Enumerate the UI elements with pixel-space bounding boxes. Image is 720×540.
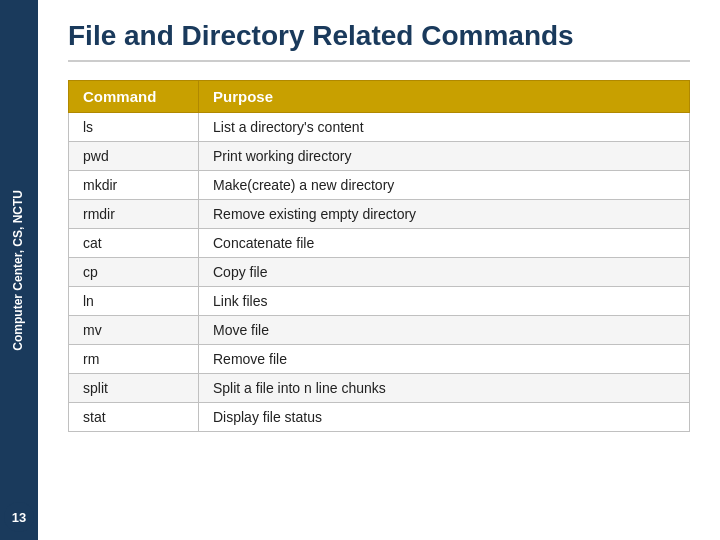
sidebar: Computer Center, CS, NCTU bbox=[0, 0, 38, 540]
cell-command: ls bbox=[69, 113, 199, 142]
table-row: catConcatenate file bbox=[69, 229, 690, 258]
table-row: mkdirMake(create) a new directory bbox=[69, 171, 690, 200]
cell-command: rm bbox=[69, 345, 199, 374]
divider bbox=[68, 60, 690, 62]
cell-command: mkdir bbox=[69, 171, 199, 200]
table-row: mvMove file bbox=[69, 316, 690, 345]
cell-command: ln bbox=[69, 287, 199, 316]
cell-purpose: Move file bbox=[199, 316, 690, 345]
commands-table: Command Purpose lsList a directory's con… bbox=[68, 80, 690, 432]
cell-command: split bbox=[69, 374, 199, 403]
cell-purpose: Copy file bbox=[199, 258, 690, 287]
table-row: rmRemove file bbox=[69, 345, 690, 374]
cell-purpose: Print working directory bbox=[199, 142, 690, 171]
cell-purpose: List a directory's content bbox=[199, 113, 690, 142]
table-row: lnLink files bbox=[69, 287, 690, 316]
cell-purpose: Make(create) a new directory bbox=[199, 171, 690, 200]
cell-purpose: Remove file bbox=[199, 345, 690, 374]
table-row: splitSplit a file into n line chunks bbox=[69, 374, 690, 403]
cell-purpose: Link files bbox=[199, 287, 690, 316]
table-row: lsList a directory's content bbox=[69, 113, 690, 142]
table-header-row: Command Purpose bbox=[69, 81, 690, 113]
cell-purpose: Remove existing empty directory bbox=[199, 200, 690, 229]
cell-command: cp bbox=[69, 258, 199, 287]
main-content: File and Directory Related Commands Comm… bbox=[38, 0, 720, 540]
page-number-badge: 13 bbox=[4, 502, 34, 532]
cell-command: mv bbox=[69, 316, 199, 345]
page-number: 13 bbox=[12, 510, 26, 525]
table-row: pwdPrint working directory bbox=[69, 142, 690, 171]
page-title: File and Directory Related Commands bbox=[68, 20, 690, 52]
cell-command: rmdir bbox=[69, 200, 199, 229]
table-row: cpCopy file bbox=[69, 258, 690, 287]
table-row: rmdirRemove existing empty directory bbox=[69, 200, 690, 229]
table-row: statDisplay file status bbox=[69, 403, 690, 432]
sidebar-label: Computer Center, CS, NCTU bbox=[11, 190, 27, 351]
cell-command: cat bbox=[69, 229, 199, 258]
cell-command: stat bbox=[69, 403, 199, 432]
cell-command: pwd bbox=[69, 142, 199, 171]
cell-purpose: Display file status bbox=[199, 403, 690, 432]
column-header-purpose: Purpose bbox=[199, 81, 690, 113]
cell-purpose: Split a file into n line chunks bbox=[199, 374, 690, 403]
column-header-command: Command bbox=[69, 81, 199, 113]
cell-purpose: Concatenate file bbox=[199, 229, 690, 258]
